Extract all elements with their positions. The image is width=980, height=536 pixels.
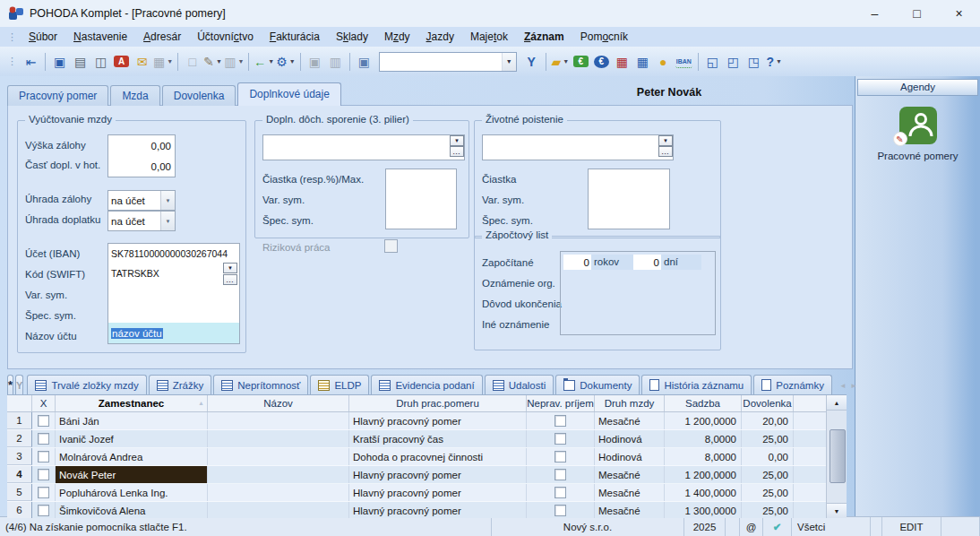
row-checkbox[interactable] (38, 469, 49, 480)
tab-scroll-arrows[interactable]: ◄► (839, 382, 861, 394)
tab-doplnkove-udaje[interactable]: Doplnkové údaje (237, 82, 340, 106)
minimize-button[interactable]: – (854, 0, 896, 27)
nazov-cell[interactable] (208, 448, 349, 465)
send-email-icon[interactable]: ✉ (133, 51, 151, 72)
maximize-button[interactable]: □ (896, 0, 938, 27)
more-icon[interactable]: … (450, 146, 464, 157)
neprav-prijem-cell[interactable] (527, 448, 595, 465)
tab-pracovny-pomer[interactable]: Pracovný pomer (7, 85, 108, 106)
scroll-down-icon[interactable]: ▼ (827, 503, 847, 518)
vyska-zalohy-field[interactable]: 0,00 (108, 135, 175, 156)
table-row[interactable]: 5Popluhárová Lenka Ing.Hlavný pracovný p… (7, 484, 847, 502)
nazov-uctu-field[interactable]: názov účtu (108, 323, 239, 343)
status-check-icon[interactable]: ✔ (763, 517, 792, 536)
neprav-prijem-checkbox[interactable] (554, 487, 566, 498)
tab-mzda[interactable]: Mzda (110, 85, 159, 106)
column-header-2[interactable]: Názov (208, 395, 349, 411)
row-number[interactable]: 1 (7, 412, 32, 429)
row-select-cell[interactable] (32, 484, 56, 501)
swift-dropdown-icon[interactable]: ▼ (223, 263, 237, 273)
prev-tab-icon[interactable]: ◄ (839, 382, 850, 390)
bottom-tab-dokumenty[interactable]: Dokumenty (555, 375, 640, 394)
ucet-iban-field[interactable]: SK78110000000030267044 (108, 244, 239, 264)
menu-adresar[interactable]: Adresár (135, 28, 189, 47)
bottom-tab-historia-zaznamu[interactable]: História záznamu (641, 375, 752, 394)
table-row[interactable]: 4Novák PeterHlavný pracovný pomerMesačné… (7, 466, 847, 484)
menu-sklady[interactable]: Sklady (328, 28, 376, 47)
menu-zaznam[interactable]: Záznam (516, 28, 572, 47)
row-select-cell[interactable] (32, 466, 56, 483)
copy-record-icon[interactable]: ▣ (355, 51, 374, 72)
table-row[interactable]: 3Molnárová AndreaDohoda o pracovnej činn… (7, 448, 847, 466)
settings-icon[interactable]: ⚙▼ (276, 51, 296, 72)
menu-uctovnictvo[interactable]: Účtovníctvo (189, 28, 262, 47)
bottom-tab-poznamky[interactable]: Poznámky (753, 375, 832, 394)
zivotne-select[interactable]: ▼ … (482, 134, 674, 160)
panel-media-icon[interactable]: ◳ (744, 51, 763, 72)
neprav-prijem-cell[interactable] (527, 484, 595, 501)
roky-field[interactable]: 0 (563, 255, 592, 270)
druh-mzdy-cell[interactable]: Mesačné (595, 502, 665, 518)
cash-icon[interactable]: € (572, 51, 590, 72)
table-row[interactable]: 6Šimkovičová AlenaHlavný pracovný pomerM… (7, 502, 847, 518)
sidebar-item-pracovne-pomery[interactable]: ✎ Pracovné pomery (855, 107, 980, 161)
nazov-cell[interactable] (208, 430, 349, 447)
status-year[interactable]: 2025 (684, 517, 726, 536)
panel-bottom-icon[interactable]: ◱ (703, 51, 722, 72)
neprav-prijem-checkbox[interactable] (554, 415, 566, 427)
uhrada-doplatku-select[interactable]: na účet ▼ (107, 211, 176, 231)
dni-field[interactable]: 0 (633, 255, 662, 270)
nazov-cell[interactable] (208, 502, 349, 518)
druh-mzdy-cell[interactable]: Hodinová (595, 430, 665, 447)
employee-name-cell[interactable]: Popluhárová Lenka Ing. (56, 484, 208, 501)
scroll-up-icon[interactable]: ▲ (827, 395, 847, 411)
row-checkbox[interactable] (38, 487, 49, 498)
druh-mzdy-cell[interactable]: Mesačné (595, 484, 665, 501)
row-select-cell[interactable] (32, 412, 56, 429)
row-number[interactable]: 6 (7, 502, 32, 518)
column-header-0[interactable]: X (32, 395, 56, 411)
bottom-tab-udalosti[interactable]: Udalosti (485, 375, 554, 394)
status-filter[interactable]: Všetci (792, 517, 871, 536)
dropdown-arrow-icon[interactable]: ▼ (237, 58, 244, 65)
druh-pomeru-cell[interactable]: Hlavný pracovný pomer (349, 502, 527, 518)
druh-pomeru-cell[interactable]: Hlavný pracovný pomer (349, 484, 527, 501)
column-header-7[interactable]: Dovolenka (742, 395, 794, 411)
row-select-cell[interactable] (32, 502, 56, 518)
filter-icon[interactable]: Y (522, 51, 541, 72)
neprav-prijem-cell[interactable] (527, 430, 595, 447)
column-header-3[interactable]: Druh prac.pomeru (349, 395, 527, 411)
status-email-icon[interactable]: @ (740, 517, 763, 536)
bottom-tab-evidencia-podani[interactable]: Evidencia podaní (371, 375, 482, 394)
sadzba-cell[interactable]: 1 300,0000 (665, 502, 742, 518)
pdf-export-icon[interactable]: A (112, 51, 131, 72)
dovolenka-cell[interactable]: 25,00 (742, 430, 794, 447)
menu-jazdy[interactable]: Jazdy (418, 28, 462, 47)
edit-record-icon[interactable]: ✎▼ (203, 51, 222, 72)
column-header-1[interactable]: Zamestnanec▲ (56, 395, 208, 411)
dovolenka-cell[interactable]: 20,00 (742, 412, 794, 429)
more-icon[interactable]: … (658, 146, 673, 157)
column-header-6[interactable]: Sadzba (665, 395, 742, 411)
sadzba-cell[interactable]: 8,0000 (665, 448, 742, 465)
dropdown-arrow-icon[interactable]: ▼ (167, 58, 173, 65)
druh-mzdy-cell[interactable]: Mesačné (595, 412, 665, 429)
nazov-cell[interactable] (208, 412, 349, 429)
chevron-down-icon[interactable]: ▼ (658, 135, 673, 146)
dovolenka-cell[interactable]: 25,00 (742, 466, 794, 483)
dropdown-arrow-icon[interactable]: ▼ (268, 58, 274, 65)
nazov-cell[interactable] (208, 484, 349, 501)
table-row[interactable]: 2Ivanič JozefKratší pracovný časHodinová… (7, 430, 847, 448)
close-agenda-icon[interactable]: ⇤ (21, 51, 40, 72)
var-sym-field[interactable] (108, 283, 239, 303)
nazov-cell[interactable] (208, 466, 349, 483)
dropdown-arrow-icon[interactable]: ▼ (776, 58, 782, 65)
employee-name-cell[interactable]: Molnárová Andrea (56, 448, 208, 465)
rizikova-praca-checkbox[interactable] (384, 239, 398, 253)
employee-name-cell[interactable]: Šimkovičová Alena (56, 502, 208, 518)
euro-icon[interactable]: € (592, 51, 611, 72)
context-help-icon[interactable]: ?▼ (765, 51, 784, 72)
dropdown-arrow-icon[interactable]: ▼ (216, 58, 222, 65)
druh-mzdy-cell[interactable]: Hodinová (595, 448, 665, 465)
toolbar-search-combobox[interactable]: ▼ (379, 52, 517, 72)
